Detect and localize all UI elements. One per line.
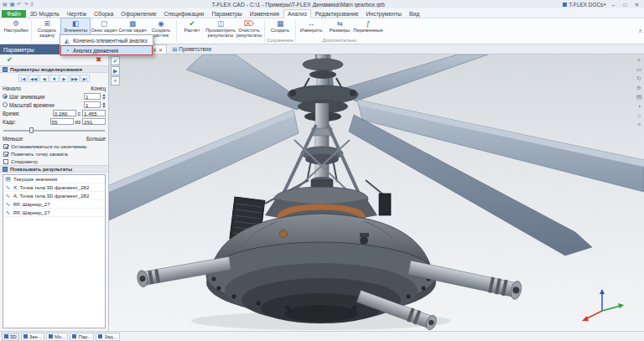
collapse-ribbon-icon[interactable]: ∧ xyxy=(638,28,642,34)
home-view-icon[interactable]: ⌂ xyxy=(635,111,643,119)
slider-handle[interactable] xyxy=(29,127,34,133)
anim-step-input[interactable]: 1 xyxy=(84,93,101,100)
ribbon-group-calculation: ✔ Расчёт ◫ Просмотреть результаты ⌦ Очис… xyxy=(178,18,263,44)
ribbon-button-create-task[interactable]: ⊞ Создать задачу xyxy=(33,18,61,38)
time-total-input[interactable]: 1.455 xyxy=(82,110,106,116)
checkbox-speedometer[interactable]: Спидометр xyxy=(0,158,108,165)
go-end-button[interactable]: ▶| xyxy=(80,75,90,82)
time-scale-input[interactable]: 1 xyxy=(84,101,101,108)
quick-menu-icon[interactable]: ≡ xyxy=(30,2,34,7)
dropdown-item-fem-analysis[interactable]: ◭ Конечно-элементный анализ xyxy=(60,35,153,45)
target-icon[interactable]: ⌖ xyxy=(635,56,643,64)
fast-rewind-button[interactable]: ◀◀ xyxy=(29,75,39,82)
list-item[interactable]: ∿ A, Точка тела 3D фрагмент_282 xyxy=(3,192,105,200)
confirm-mini-button[interactable]: ✔ xyxy=(111,56,120,65)
menu-tab-file[interactable]: Файл xyxy=(2,10,26,18)
frame-row: Кадр: 55 из 291 xyxy=(0,117,108,126)
fast-forward-button[interactable]: ▶▶ xyxy=(70,75,80,82)
maximize-button[interactable]: □ xyxy=(621,1,630,8)
ribbon-button-dimensions[interactable]: ⇆ Размеры xyxy=(325,18,354,33)
shading-icon[interactable]: ◑ xyxy=(635,102,643,110)
list-item[interactable]: ∿ RF, Шарнир_27 xyxy=(3,200,105,209)
ribbon-button-clear-results[interactable]: ⌦ Очистить результаты xyxy=(235,18,263,38)
undo-icon[interactable]: ↶ xyxy=(17,2,21,7)
checkbox-icon[interactable] xyxy=(3,159,8,164)
results-list: ▤ Текущие значения ∿ X, Точка тела 3D фр… xyxy=(3,174,106,328)
clear-icon: ⌦ xyxy=(244,19,254,28)
list-icon[interactable]: ≡ xyxy=(635,121,643,128)
measure-icon: ↔ xyxy=(308,19,315,28)
checkbox-icon[interactable] xyxy=(3,144,8,149)
menu-tab-editing[interactable]: Редактирование xyxy=(312,10,362,18)
apply-button[interactable]: ✔ xyxy=(7,56,13,64)
menu-tab-parameters[interactable]: Параметры xyxy=(208,10,245,18)
list-item[interactable]: ▤ Текущие значения xyxy=(3,175,105,183)
ribbon-button-view-results[interactable]: ◫ Просмотреть результаты xyxy=(206,18,235,38)
task-window-icon: ▢ xyxy=(101,19,107,28)
status-item-3[interactable]: Пар... xyxy=(70,333,94,341)
menu-tab-tools[interactable]: Инструменты xyxy=(363,10,405,18)
menu-tab-specifications[interactable]: Спецификации xyxy=(161,10,208,18)
status-item-4[interactable]: Зад... xyxy=(96,333,119,341)
ribbon-button-create-save[interactable]: ▦ Создать xyxy=(266,18,294,33)
ribbon-button-task-window[interactable]: ▢ Окно задач xyxy=(90,18,118,33)
cancel-button[interactable]: ✖ xyxy=(96,56,101,64)
minimize-button[interactable]: – xyxy=(609,1,618,8)
rotate-view-icon[interactable]: ↻ xyxy=(635,75,643,82)
play-button[interactable]: ▶ xyxy=(60,75,69,82)
checkbox-mark-capture-point[interactable]: Помечать точку захвата xyxy=(0,150,108,158)
checkbox-icon[interactable] xyxy=(3,152,8,157)
zoom-icon[interactable]: ⊕ xyxy=(635,84,643,91)
spinner-icon[interactable] xyxy=(102,94,106,100)
panel-title: Параметры xyxy=(3,47,34,53)
more-label: Больше xyxy=(86,136,106,142)
ribbon-button-variables[interactable]: ƒ Переменные xyxy=(354,18,382,33)
menu-tab-assembly[interactable]: Сборка xyxy=(91,10,117,18)
ribbon-button-settings[interactable]: ⚙ Настройки xyxy=(2,18,30,33)
menu-tab-analysis[interactable]: Анализ xyxy=(283,9,311,18)
range-labels-row: Начало Конец xyxy=(0,84,108,92)
menu-tab-view[interactable]: Вид xyxy=(406,10,423,18)
section-show-results[interactable]: Показывать результаты xyxy=(0,165,108,173)
status-item-3d[interactable]: 3D xyxy=(2,333,19,341)
doc-tab-welcome[interactable]: ▤ Приветствие xyxy=(169,44,215,54)
step-back-button[interactable]: ◀ xyxy=(39,75,49,82)
save-icon[interactable]: ▦ xyxy=(10,2,15,7)
time-scale-radio[interactable] xyxy=(3,102,8,107)
close-tab-icon[interactable]: ✕ xyxy=(158,47,163,53)
menu-tab-3d-model[interactable]: 3D Модель xyxy=(27,10,63,18)
tflex-cad-window: ▤ ▦ ↶ ↷ ≡ T-FLEX CAD - C:\1 - Примеры\T-… xyxy=(0,0,644,341)
ribbon-button-measure[interactable]: ↔ Измерить xyxy=(297,18,325,33)
layers-icon[interactable]: ▤ xyxy=(635,93,643,101)
ribbon-button-task-mesh[interactable]: ▩ Сетка задач xyxy=(118,18,147,33)
list-item[interactable]: ∿ RF, Шарнир_27 xyxy=(3,209,105,217)
frame-current-input[interactable]: 55 xyxy=(50,118,74,125)
frame-total-input[interactable]: 291 xyxy=(82,118,106,125)
anim-step-label: Шаг анимации xyxy=(9,94,82,100)
go-start-button[interactable]: |◀ xyxy=(18,75,28,82)
close-button[interactable]: ✕ xyxy=(632,1,641,8)
time-scale-label: Масштаб времени xyxy=(9,102,82,108)
menu-tab-drawing[interactable]: Чертёж xyxy=(64,10,90,18)
speed-slider[interactable] xyxy=(3,127,105,133)
spinner-icon[interactable] xyxy=(102,102,106,108)
anim-step-radio[interactable] xyxy=(3,94,8,99)
window-select-icon[interactable]: ▭ xyxy=(635,65,643,73)
list-item[interactable]: ∿ X, Точка тела 3D фрагмент_282 xyxy=(3,183,105,192)
dropdown-item-motion-analysis[interactable]: ◔ Анализ движения xyxy=(60,45,153,55)
add-mini-button[interactable]: + xyxy=(111,76,120,85)
time-current-input[interactable]: 0.280 xyxy=(53,110,76,116)
menu-tab-changes[interactable]: Изменения xyxy=(247,10,283,18)
checkbox-stop-at-end[interactable]: Останавливаться по окончанию xyxy=(0,142,108,150)
status-item-2[interactable]: Мо... xyxy=(46,333,68,341)
stop-button[interactable]: ■ xyxy=(49,75,59,82)
model-canvas[interactable]: ✔ ▶ + ⌖ ▭ ↻ ⊕ ▤ ◑ ⌂ ≡ xyxy=(109,54,644,331)
menu-tab-layout[interactable]: Оформление xyxy=(117,10,159,18)
view-toolbar: ⌖ ▭ ↻ ⊕ ▤ ◑ ⌂ ≡ xyxy=(635,56,643,128)
play-mini-button[interactable]: ▶ xyxy=(111,66,120,75)
status-item-1[interactable]: Зае... xyxy=(21,333,44,341)
ribbon-button-calculate[interactable]: ✔ Расчёт xyxy=(178,18,206,33)
section-icon xyxy=(3,67,8,72)
section-modeling-params[interactable]: Параметры моделирования xyxy=(0,65,108,73)
redo-icon[interactable]: ↷ xyxy=(23,2,28,7)
